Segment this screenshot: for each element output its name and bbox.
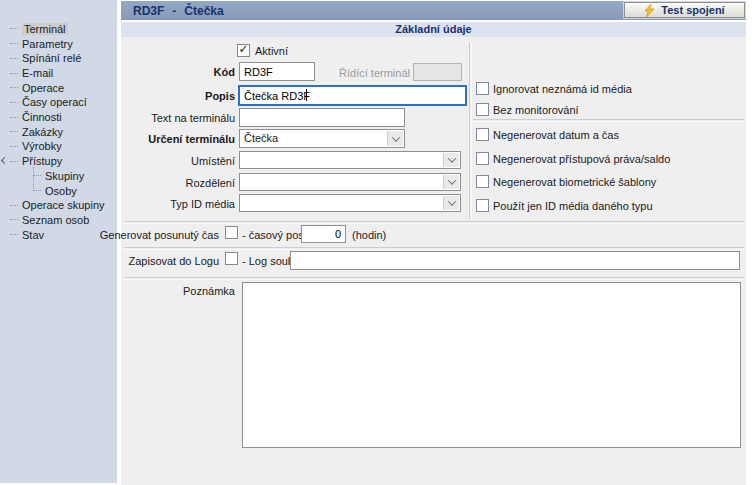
log-soubor-input[interactable]: [290, 251, 740, 270]
urceni-terminalu-dropdown[interactable]: Čtečka: [239, 129, 405, 148]
text-na-terminalu-input[interactable]: [239, 108, 405, 127]
sidebar-item-terminal[interactable]: Terminál: [0, 22, 117, 37]
urceni-terminalu-label: Určení terminálu: [121, 132, 235, 146]
pouzit-jen-id-media-label: Použít jen ID média daného typu: [493, 199, 653, 213]
sidebar-item-skupiny[interactable]: Skupiny: [0, 168, 117, 183]
umisteni-label: Umístění: [121, 154, 235, 168]
poznamka-label: Poznámka: [121, 284, 235, 298]
terminal-name: Čtečka: [184, 4, 223, 18]
kod-input[interactable]: [239, 62, 315, 81]
sidebar-item-label: Seznam osob: [22, 214, 89, 226]
dropdown-arrow-button[interactable]: [443, 153, 459, 167]
ignorovat-neznama-id-media-label: Ignorovat neznámá id média: [493, 82, 632, 96]
sidebar-item-cinnosti[interactable]: Činnosti: [0, 110, 117, 125]
kod-label: Kód: [121, 65, 235, 79]
chevron-down-icon: [447, 176, 455, 184]
check-icon: ✓: [238, 44, 248, 55]
sidebar-item-label: Přístupy: [22, 155, 62, 167]
tree-line: [10, 43, 18, 44]
tree-line: [33, 175, 41, 176]
title-separator: -: [172, 4, 176, 18]
casovy-posun-input[interactable]: [301, 225, 346, 243]
divider: [124, 221, 744, 223]
sidebar-item-operace[interactable]: Operace: [0, 80, 117, 95]
umisteni-dropdown[interactable]: [239, 151, 461, 169]
rozdeleni-label: Rozdělení: [121, 176, 235, 190]
bez-monitorovani-checkbox[interactable]: [476, 103, 489, 116]
typ-id-media-dropdown[interactable]: [239, 194, 461, 212]
sidebar-item-label: Operace skupiny: [22, 199, 105, 211]
test-connection-button[interactable]: Test spojení: [624, 2, 745, 18]
chevron-down-icon: [447, 154, 455, 162]
tree-line: [10, 102, 18, 103]
tree-line: [10, 117, 18, 118]
sidebar-item-pristupy[interactable]: Přístupy: [0, 154, 117, 169]
divider: [473, 119, 744, 121]
dropdown-arrow-button[interactable]: [443, 175, 459, 189]
tree-line: [10, 28, 18, 29]
pouzit-jen-id-media-checkbox[interactable]: [476, 199, 489, 212]
sidebar-item-label: Parametry: [22, 38, 73, 50]
text-caret: [306, 89, 307, 101]
negenerovat-pristupova-prava-checkbox[interactable]: [476, 152, 489, 165]
generovat-posunuty-cas-label: Generovat posunutý čas: [95, 228, 219, 242]
tree-connector-line: [33, 167, 34, 191]
sidebar-item-label: Činnosti: [22, 111, 62, 123]
sidebar-item-vyrobky[interactable]: Výrobky: [0, 139, 117, 154]
bez-monitorovani-label: Bez monitorování: [493, 103, 579, 117]
sidebar-item-label: Operace: [22, 82, 64, 94]
sidebar-item-zakazky[interactable]: Zakázky: [0, 124, 117, 139]
divider: [124, 247, 744, 249]
tree-line: [10, 219, 18, 220]
sidebar-item-label: Časy operací: [22, 96, 87, 108]
dropdown-arrow-button[interactable]: [387, 131, 403, 146]
sidebar-item-parametry[interactable]: Parametry: [0, 36, 117, 51]
sidebar-item-osoby[interactable]: Osoby: [0, 183, 117, 198]
popis-label: Popis: [121, 89, 235, 103]
zapisovat-do-logu-checkbox[interactable]: [225, 252, 238, 265]
ridici-terminal-label: Řídící terminál: [310, 66, 410, 80]
sidebar-item-label: Skupiny: [45, 170, 84, 182]
generovat-posunuty-cas-checkbox[interactable]: [225, 226, 238, 239]
tree-line: [10, 205, 18, 206]
zapisovat-do-logu-label: Zapisovat do Logu: [95, 254, 219, 268]
urceni-terminalu-value: Čtečka: [244, 132, 278, 144]
text-na-terminalu-label: Text na terminálu: [121, 111, 235, 125]
sidebar-item-label: Výrobky: [22, 140, 62, 152]
sidebar-item-email[interactable]: E-mail: [0, 66, 117, 81]
sidebar-item-casy-operaci[interactable]: Časy operací: [0, 95, 117, 110]
sidebar-item-seznam-osob[interactable]: Seznam osob: [0, 213, 117, 228]
tree-line: [10, 161, 18, 162]
sidebar-item-spinani-rele[interactable]: Spínání relé: [0, 51, 117, 66]
tree-line: [10, 131, 18, 132]
terminal-code: RD3F: [133, 4, 164, 18]
tree-line: [10, 73, 18, 74]
sidebar-item-label: Stav: [22, 229, 44, 241]
dropdown-arrow-button[interactable]: [443, 196, 459, 210]
hodin-unit-label: (hodin): [352, 228, 386, 242]
negenerovat-biometricke-sablony-checkbox[interactable]: [476, 175, 489, 188]
negenerovat-biometricke-sablony-label: Negenerovat biometrické šablony: [493, 175, 656, 189]
poznamka-textarea[interactable]: [242, 282, 741, 448]
divider: [469, 42, 471, 219]
negenerovat-datum-cas-checkbox[interactable]: [476, 128, 489, 141]
tree-line: [33, 190, 41, 191]
sidebar-item-label: E-mail: [22, 67, 53, 79]
negenerovat-pristupova-prava-label: Negenerovat přístupová práva/saldo: [493, 152, 670, 166]
sidebar-item-label: Osoby: [45, 185, 77, 197]
tree-line: [10, 58, 18, 59]
chevron-down-icon: [447, 197, 455, 205]
negenerovat-datum-cas-label: Negenerovat datum a čas: [493, 128, 619, 142]
tree-line: [10, 87, 18, 88]
app-window: Terminál Parametry Spínání relé E-mail O…: [0, 0, 752, 485]
aktivni-checkbox[interactable]: ✓: [237, 44, 250, 57]
rozdeleni-dropdown[interactable]: [239, 173, 461, 191]
aktivni-label: Aktivní: [255, 44, 288, 58]
ignorovat-neznama-id-media-checkbox[interactable]: [476, 82, 489, 95]
test-connection-label: Test spojení: [661, 4, 724, 16]
popis-input[interactable]: [239, 86, 466, 105]
tree-line: [10, 146, 18, 147]
sidebar-item-operace-skupiny[interactable]: Operace skupiny: [0, 198, 117, 213]
ridici-terminal-input: [413, 63, 462, 81]
sidebar-item-label: Spínání relé: [22, 52, 81, 64]
